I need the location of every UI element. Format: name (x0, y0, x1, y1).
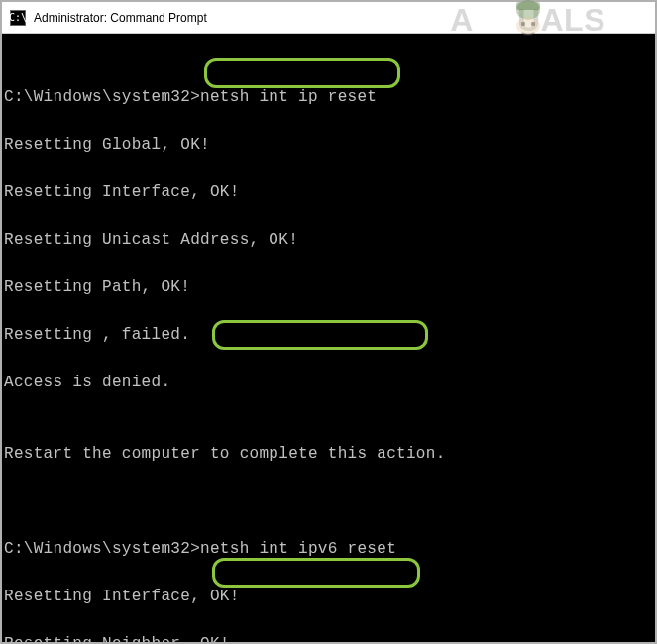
output-line: Resetting , failed. (4, 323, 653, 347)
output-line: Restart the computer to complete this ac… (4, 442, 653, 466)
cmd-icon: C:\ (10, 10, 26, 26)
output-line: Resetting Path, OK! (4, 275, 653, 299)
prompt-line: C:\Windows\system32>netsh int ipv6 reset (4, 537, 653, 561)
output-line: Resetting Neighbor, OK! (4, 632, 653, 642)
output-line: Resetting Interface, OK! (4, 585, 653, 608)
highlight-box (204, 58, 400, 88)
prompt-path: C:\Windows\system32> (4, 88, 200, 106)
prompt-line: C:\Windows\system32>netsh int ip reset (4, 85, 653, 109)
output-line: Access is denied. (4, 371, 653, 394)
highlight-box (212, 558, 420, 588)
command-text: netsh int ip reset (200, 88, 377, 106)
terminal-output[interactable]: C:\Windows\system32>netsh int ip reset R… (2, 34, 655, 642)
output-line: Resetting Interface, OK! (4, 180, 653, 204)
window-title: Administrator: Command Prompt (34, 11, 207, 25)
command-text: netsh int ipv6 reset (200, 540, 396, 558)
prompt-path: C:\Windows\system32> (4, 540, 200, 558)
output-line: Resetting Unicast Address, OK! (4, 228, 653, 252)
command-prompt-window: C:\ Administrator: Command Prompt C:\Win… (0, 0, 657, 644)
title-bar[interactable]: C:\ Administrator: Command Prompt (2, 2, 655, 34)
output-line: Resetting Global, OK! (4, 133, 653, 157)
